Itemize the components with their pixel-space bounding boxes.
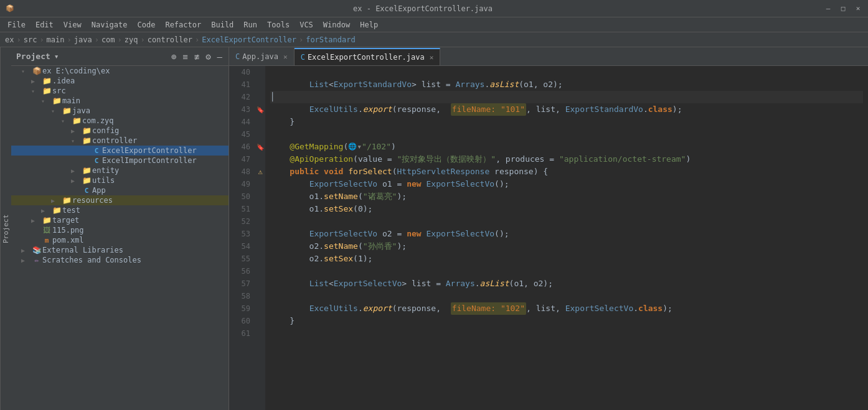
tree-arrow-scratches: ▶	[21, 257, 31, 264]
breadcrumb-main[interactable]: main	[47, 35, 65, 44]
tree-item-115png[interactable]: 🖼 115.png	[11, 225, 229, 235]
tree-label-utils: utils	[92, 176, 229, 185]
tree-item-idea[interactable]: ▶ 📁 .idea	[11, 76, 229, 86]
tree-arrow-target: ▶	[31, 217, 41, 224]
gutter-42	[255, 91, 265, 103]
tree-item-extlibs[interactable]: ▶ 📚 External Libraries	[11, 245, 229, 255]
tree-arrow-controller: ▾	[71, 137, 81, 144]
menu-tools[interactable]: Tools	[262, 19, 295, 30]
menu-edit[interactable]: Edit	[31, 19, 59, 30]
breadcrumb-method[interactable]: forStandard	[306, 35, 355, 44]
xml-icon: m	[41, 236, 52, 245]
java-class-icon2: C	[91, 157, 102, 165]
menu-run[interactable]: Run	[238, 19, 262, 30]
minimize-button[interactable]: —	[823, 4, 833, 14]
titlebar: 📦 ex - ExcelExportController.java — □ ✕	[0, 0, 868, 17]
breadcrumb-controller[interactable]: controller	[148, 35, 192, 44]
tab-label-excelexport: ExcelExportController.java	[308, 53, 425, 62]
code-line-59: ExcelUtils.export(response, fileName: "1…	[270, 302, 863, 315]
gutter-46: 🔖	[255, 141, 265, 153]
project-panel-label[interactable]: Project	[0, 47, 11, 410]
tab-label-appjava: App.java	[242, 52, 278, 61]
folder-icon-test: 📁	[51, 206, 62, 215]
menu-window[interactable]: Window	[318, 19, 355, 30]
tree-item-resources[interactable]: ▶ 📁 resources	[11, 195, 229, 205]
tree-item-src[interactable]: ▾ 📁 src	[11, 86, 229, 96]
menu-view[interactable]: View	[59, 19, 87, 30]
sidebar-collapse-button[interactable]: ≡	[181, 50, 189, 63]
code-line-43: ExcelUtils.export(response, fileName: "1…	[270, 103, 863, 116]
tree-item-java[interactable]: ▾ 📁 java	[11, 106, 229, 116]
sidebar-expand-button[interactable]: ≢	[193, 50, 200, 63]
breadcrumb-class[interactable]: ExcelExportController	[202, 35, 296, 44]
tree-label-target: target	[52, 216, 229, 225]
tree-label-excelexport: ExcelExportController	[102, 146, 229, 155]
code-line-45	[270, 128, 863, 141]
tab-close-appjava[interactable]: ✕	[283, 53, 288, 61]
tree-label-idea: .idea	[52, 77, 229, 85]
code-line-44: }	[270, 116, 863, 128]
tab-close-excelexport[interactable]: ✕	[430, 54, 434, 62]
tree-item-pomxml[interactable]: m pom.xml	[11, 235, 229, 245]
tree-item-main[interactable]: ▾ 📁 main	[11, 96, 229, 106]
tree-label-ex: ex E:\coding\ex	[42, 67, 229, 75]
close-button[interactable]: ✕	[853, 4, 863, 14]
tree-item-comzyq[interactable]: ▾ 📁 com.zyq	[11, 116, 229, 126]
tree-label-resources: resources	[72, 196, 229, 205]
tree-item-ex[interactable]: ▾ 📦 ex E:\coding\ex	[11, 66, 229, 76]
lib-icon: 📚	[31, 246, 42, 254]
menu-vcs[interactable]: VCS	[295, 19, 318, 30]
sidebar-close-button[interactable]: —	[216, 50, 224, 63]
code-line-61	[270, 327, 863, 340]
tree-item-excelimport[interactable]: C ExcelImportController	[11, 156, 229, 165]
line-num-55: 55	[229, 253, 250, 265]
sidebar-dropdown-icon[interactable]: ▾	[54, 52, 59, 61]
breadcrumb-ex[interactable]: ex	[5, 35, 14, 44]
sidebar-header: Project ▾ ⊕ ≡ ≢ ⚙ —	[11, 47, 229, 66]
tree-item-utils[interactable]: ▶ 📁 utils	[11, 175, 229, 185]
tab-appjava[interactable]: C App.java ✕	[229, 48, 295, 65]
gutter-48: ⚠	[255, 165, 265, 178]
tree-label-comzyq: com.zyq	[82, 116, 229, 125]
menu-help[interactable]: Help	[355, 19, 383, 30]
menu-code[interactable]: Code	[133, 19, 161, 30]
sidebar: Project ▾ ⊕ ≡ ≢ ⚙ — ▾ 📦 ex E:\coding\ex	[11, 47, 229, 410]
tree-item-config[interactable]: ▶ 📁 config	[11, 126, 229, 136]
tree-arrow-extlibs: ▶	[21, 247, 31, 254]
code-line-60: }	[270, 315, 863, 327]
line-num-41: 41	[229, 78, 250, 91]
breadcrumb-src[interactable]: src	[24, 35, 37, 44]
folder-icon-utils: 📁	[81, 176, 92, 185]
tab-excelexport[interactable]: C ExcelExportController.java ✕	[295, 48, 441, 65]
menu-build[interactable]: Build	[206, 19, 238, 30]
tree-item-controller[interactable]: ▾ 📁 controller	[11, 136, 229, 146]
tree-item-target[interactable]: ▶ 📁 target	[11, 215, 229, 225]
breadcrumb-com[interactable]: com	[101, 35, 115, 44]
menu-file[interactable]: File	[2, 19, 31, 30]
tree-arrow-test: ▶	[41, 207, 51, 214]
code-line-55: o2.setSex(1);	[270, 253, 863, 265]
line-num-61: 61	[229, 327, 250, 340]
sidebar-title-text: Project	[16, 52, 50, 61]
gutter-55	[255, 253, 265, 265]
tree-label-extlibs: External Libraries	[42, 246, 229, 254]
line-num-45: 45	[229, 128, 250, 141]
titlebar-title: ex - ExcelExportController.java	[22, 4, 823, 13]
folder-icon-src: 📁	[41, 86, 52, 95]
sidebar-settings-button[interactable]: ⚙	[204, 50, 212, 63]
tree-item-excelexport[interactable]: C ExcelExportController	[11, 146, 229, 156]
menu-navigate[interactable]: Navigate	[87, 19, 133, 30]
line-num-40: 40	[229, 66, 250, 78]
sidebar-locate-button[interactable]: ⊕	[170, 50, 177, 63]
tree-label-src: src	[52, 86, 229, 95]
tree-item-app[interactable]: C App	[11, 185, 229, 195]
menu-refactor[interactable]: Refactor	[160, 19, 206, 30]
tree-item-scratches[interactable]: ▶ ✏ Scratches and Consoles	[11, 255, 229, 265]
breadcrumb-java[interactable]: java	[74, 35, 92, 44]
code-area[interactable]: List<ExportStandardVo> list = Arrays.asL…	[265, 66, 868, 410]
tree-item-test[interactable]: ▶ 📁 test	[11, 205, 229, 215]
sidebar-toolbar: ⊕ ≡ ≢ ⚙ —	[170, 50, 224, 63]
breadcrumb-zyq[interactable]: zyq	[125, 35, 138, 44]
tree-item-entity[interactable]: ▶ 📁 entity	[11, 165, 229, 175]
maximize-button[interactable]: □	[838, 4, 848, 14]
